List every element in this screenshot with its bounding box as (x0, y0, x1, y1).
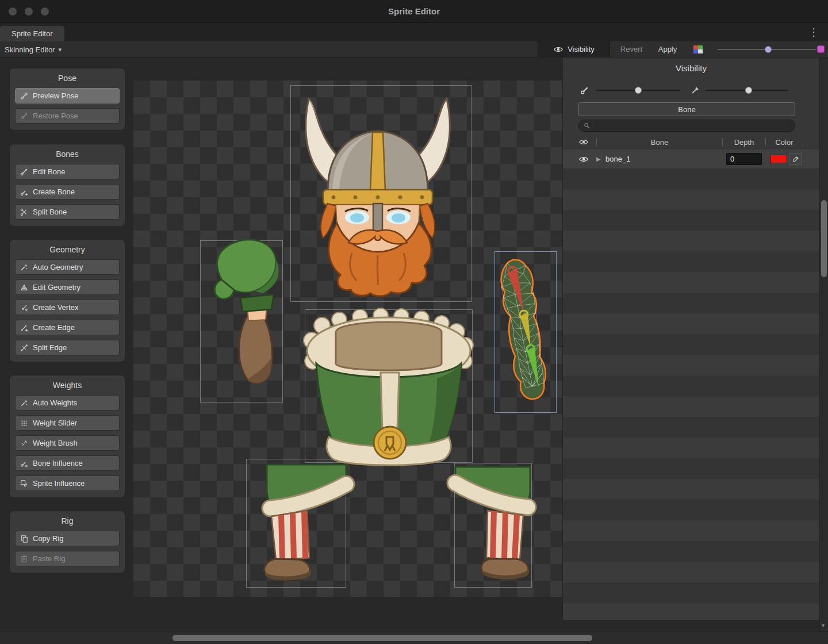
tab-sprite-editor[interactable]: Sprite Editor (0, 26, 64, 41)
split-edge-icon (20, 344, 28, 352)
split-edge-button[interactable]: Split Edge (15, 340, 120, 355)
right-leg-sprite[interactable] (455, 467, 530, 579)
sprite-artwork (133, 80, 562, 597)
copy-rig-button[interactable]: Copy Rig (15, 531, 120, 546)
edit-geometry-icon (20, 283, 28, 292)
create-vertex-button[interactable]: Create Vertex (15, 300, 120, 315)
visibility-panel-title: Visibility (563, 57, 819, 78)
weight-brush-icon (20, 439, 28, 447)
split-bone-button[interactable]: Split Bone (15, 204, 120, 220)
weight-brush-button[interactable]: Weight Brush (15, 435, 120, 451)
mesh-opacity-icon (691, 85, 700, 95)
weight-slider-icon (20, 419, 28, 427)
left-leg-sprite[interactable] (264, 465, 346, 580)
sprite-influence-button[interactable]: Sprite Influence (15, 476, 120, 491)
edit-geometry-button[interactable]: Edit Geometry (15, 279, 120, 295)
edit-bone-button[interactable]: Edit Bone (15, 164, 120, 179)
bone-name: bone_1 (605, 155, 726, 163)
geometry-panel: Geometry Auto Geometry Edit Geometry Cre… (9, 239, 125, 362)
create-edge-button[interactable]: Create Edge (15, 320, 120, 335)
eyedropper-icon[interactable] (789, 153, 802, 165)
eye-icon (553, 46, 564, 53)
bone-opacity-knob[interactable] (635, 87, 642, 94)
preview-pose-button[interactable]: Preview Pose (15, 88, 120, 103)
bone-table-header: Bone Depth Color (571, 136, 803, 148)
bone-color-swatch[interactable] (770, 155, 787, 163)
button-label: Auto Geometry (33, 263, 83, 271)
bones-panel-title: Bones (15, 148, 120, 159)
horizontal-scrollbar-thumb[interactable] (172, 635, 592, 641)
rig-panel: Rig Copy Rig Paste Rig (9, 511, 125, 573)
create-bone-icon (20, 188, 28, 196)
color-channels-icon[interactable] (693, 45, 703, 53)
preview-pose-icon (20, 92, 28, 100)
bone-opacity-slider[interactable] (596, 90, 680, 91)
button-label: Split Edge (33, 343, 67, 352)
weights-panel: Weights Auto Weights Weight Slider Weigh… (9, 375, 125, 498)
button-label: Create Bone (33, 187, 75, 196)
bone-section-button[interactable]: Bone (578, 102, 795, 116)
mesh-opacity-knob[interactable] (745, 87, 752, 94)
auto-weights-button[interactable]: Auto Weights (15, 395, 120, 411)
head-sprite[interactable] (306, 99, 450, 296)
mode-dropdown[interactable]: Skinning Editor ▾ (5, 41, 62, 57)
alpha-slider[interactable] (718, 49, 816, 50)
auto-geometry-icon (20, 263, 28, 271)
window-title: Sprite Editor (0, 0, 828, 22)
button-label: Edit Bone (33, 167, 65, 176)
button-label: Preview Pose (33, 91, 78, 100)
depth-input[interactable] (726, 153, 762, 165)
apply-button[interactable]: Apply (653, 41, 683, 57)
search-input[interactable] (593, 122, 790, 130)
visibility-panel: Visibility Bone Bone Depth Color ▶ bone_… (562, 57, 819, 620)
paste-rig-icon (20, 555, 28, 563)
toolbar: Skinning Editor ▾ Visibility Revert Appl… (0, 41, 828, 57)
button-label: Sprite Influence (33, 479, 85, 488)
alpha-slider-knob[interactable] (765, 46, 772, 53)
sprite-thumbnail-icon[interactable] (817, 45, 825, 53)
dropdown-caret-icon: ▾ (58, 46, 62, 53)
revert-button[interactable]: Revert (611, 41, 651, 57)
button-label: Bone Influence (33, 459, 83, 467)
create-edge-icon (20, 324, 28, 332)
button-label: Create Vertex (33, 303, 79, 312)
auto-geometry-button[interactable]: Auto Geometry (15, 259, 120, 275)
create-vertex-icon (20, 304, 28, 312)
scroll-down-arrow-icon[interactable]: ▾ (822, 622, 825, 628)
mode-dropdown-label: Skinning Editor (5, 45, 55, 54)
button-label: Weight Brush (33, 439, 78, 447)
expand-arrow-icon[interactable]: ▶ (596, 156, 605, 162)
pose-panel-title: Pose (15, 72, 120, 83)
restore-pose-button[interactable]: Restore Pose (15, 108, 120, 124)
split-bone-icon (20, 208, 28, 216)
button-label: Create Edge (33, 323, 75, 332)
edit-bone-icon (20, 168, 28, 176)
create-bone-button[interactable]: Create Bone (15, 184, 120, 200)
vertical-scrollbar[interactable]: ▾ (819, 57, 828, 631)
bone-list-empty-rows (563, 168, 819, 620)
bone-influence-icon (20, 459, 28, 467)
tab-bar: Sprite Editor ⋮ (0, 23, 828, 41)
weight-slider-button[interactable]: Weight Slider (15, 415, 120, 431)
rig-arm-sprite[interactable] (501, 260, 546, 399)
mitten-sprite[interactable] (214, 240, 279, 383)
bones-panel: Bones Edit Bone Create Bone Split Bone (9, 144, 125, 227)
visibility-toggle-button[interactable]: Visibility (538, 41, 610, 57)
button-label: Edit Geometry (33, 283, 80, 292)
bone-opacity-icon (580, 85, 590, 95)
button-label: Auto Weights (33, 398, 77, 407)
bone-table-row[interactable]: ▶ bone_1 (563, 150, 819, 168)
bone-influence-button[interactable]: Bone Influence (15, 455, 120, 471)
mesh-opacity-slider[interactable] (706, 90, 788, 91)
kebab-menu-icon[interactable]: ⋮ (808, 25, 819, 39)
bone-search-field[interactable] (578, 120, 795, 132)
visibility-column-eye-icon (571, 139, 596, 145)
geometry-panel-title: Geometry (15, 244, 120, 255)
paste-rig-button[interactable]: Paste Rig (15, 551, 120, 566)
vertical-scrollbar-thumb[interactable] (821, 200, 827, 277)
row-visibility-eye-icon[interactable] (571, 156, 596, 163)
torso-sprite[interactable] (304, 308, 473, 465)
horizontal-scrollbar[interactable] (0, 631, 828, 644)
auto-weights-icon (20, 399, 28, 407)
sprite-canvas[interactable] (133, 80, 562, 597)
